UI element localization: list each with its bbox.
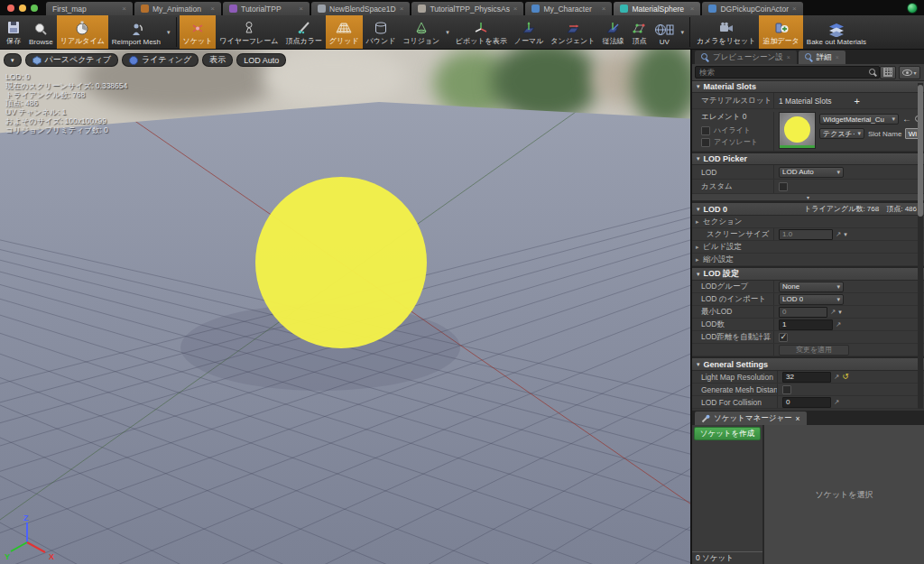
bounds-toggle-button[interactable]: バウンド bbox=[363, 15, 400, 49]
additional-data-toggle-button[interactable]: 追加データ bbox=[759, 15, 802, 49]
lod-import-dropdown[interactable]: LOD 0▾ bbox=[779, 294, 844, 305]
collision-dropdown[interactable]: ▾ bbox=[443, 15, 452, 49]
asset-tab-newblendspace1d[interactable]: NewBlendSpace1D × bbox=[311, 2, 410, 15]
custom-lod-checkbox[interactable] bbox=[779, 182, 788, 191]
asset-tab-first-map[interactable]: First_map × bbox=[46, 2, 133, 15]
tangents-toggle-button[interactable]: タンジェント bbox=[547, 15, 598, 49]
binormals-toggle-button[interactable]: 従法線 bbox=[598, 15, 627, 49]
generate-mesh-distance-checkbox[interactable] bbox=[782, 385, 791, 394]
lod-for-collision-input[interactable]: 0 bbox=[782, 397, 831, 408]
build-settings-expander-row[interactable]: ▸ ビルド設定 bbox=[692, 241, 924, 254]
highlight-checkbox[interactable] bbox=[701, 126, 710, 135]
close-icon[interactable]: × bbox=[513, 5, 518, 13]
staticmesh-asset-icon bbox=[620, 5, 628, 13]
asset-tab-tutorialtpp[interactable]: TutorialTPP × bbox=[223, 2, 310, 15]
display-filter-button[interactable] bbox=[880, 66, 896, 79]
create-socket-button[interactable]: ソケットを作成 bbox=[694, 427, 761, 440]
reimport-mesh-dropdown[interactable]: ▾ bbox=[164, 15, 173, 49]
collision-toggle-button[interactable]: コリジョン bbox=[399, 15, 443, 49]
spinner-icon[interactable]: ↗ bbox=[830, 308, 836, 316]
sections-expander-row[interactable]: ▸ セクション bbox=[692, 216, 924, 228]
spinner-icon[interactable]: ↗ bbox=[836, 320, 841, 328]
spinner-icon[interactable]: ↗ bbox=[834, 398, 839, 406]
close-icon[interactable]: × bbox=[602, 5, 606, 13]
screen-size-input[interactable]: 1.0 bbox=[779, 229, 833, 240]
isolate-checkbox[interactable] bbox=[701, 138, 710, 147]
auto-compute-lod-checkbox[interactable] bbox=[779, 333, 788, 342]
close-icon[interactable]: × bbox=[836, 54, 839, 60]
asset-tab-dgpickupcoinactor[interactable]: DGPickupCoinActor × bbox=[702, 2, 802, 15]
reimport-mesh-button[interactable]: Reimport Mesh bbox=[108, 15, 164, 49]
close-icon[interactable]: × bbox=[210, 5, 215, 13]
lod-group-dropdown[interactable]: None▾ bbox=[779, 282, 844, 292]
asset-tab-materialsphere[interactable]: MaterialSphere × bbox=[614, 2, 700, 15]
material-asset-dropdown[interactable]: WidgetMaterial_Cu▾ bbox=[819, 114, 899, 125]
viewport-options-menu-button[interactable]: ▾ bbox=[4, 53, 22, 67]
close-icon[interactable]: × bbox=[122, 5, 126, 13]
lightmap-resolution-input[interactable]: 32 bbox=[782, 372, 831, 383]
status-orb-icon[interactable] bbox=[907, 3, 918, 14]
wireframe-toggle-button[interactable]: ワイヤーフレーム bbox=[216, 15, 282, 49]
close-icon[interactable]: × bbox=[787, 54, 790, 60]
uv-toggle-button[interactable]: UV bbox=[651, 15, 678, 49]
realtime-toggle-button[interactable]: リアルタイム bbox=[57, 15, 108, 49]
details-tab-bar: プレビューシーン設 × 詳細 × bbox=[692, 50, 924, 64]
minimum-lod-dropdown-icon[interactable]: ▾ bbox=[838, 309, 842, 316]
bounds-cylinder-icon bbox=[373, 19, 389, 36]
show-menu-button[interactable]: 表示 bbox=[202, 53, 233, 67]
lod-count-input[interactable]: 1 bbox=[779, 319, 833, 330]
tab-socket-manager[interactable]: ソケットマネージャー × bbox=[695, 411, 807, 425]
spinner-icon[interactable]: ↗ bbox=[834, 373, 839, 381]
add-material-slot-button[interactable]: + bbox=[855, 96, 860, 106]
lod-picker-expander[interactable]: ▾ bbox=[692, 194, 924, 201]
texture-filter-dropdown[interactable]: テクスチャ▾ bbox=[819, 128, 864, 139]
show-pivot-toggle-button[interactable]: ピボットを表示 bbox=[452, 15, 511, 49]
tab-icon bbox=[805, 53, 813, 61]
material-thumbnail[interactable] bbox=[779, 112, 816, 149]
asset-tab-my-character[interactable]: My_Character × bbox=[525, 2, 612, 15]
save-button[interactable]: 保存 bbox=[2, 15, 25, 49]
search-input[interactable] bbox=[695, 66, 880, 79]
tab-details[interactable]: 詳細 × bbox=[799, 51, 845, 64]
asset-tab-my-animation[interactable]: My_Animation × bbox=[134, 2, 221, 15]
category-lod-picker[interactable]: ▾ LOD Picker bbox=[692, 153, 924, 165]
view-mode-menu-button[interactable]: ライティング bbox=[122, 53, 199, 67]
uv-channel-dropdown[interactable]: ▾ bbox=[678, 15, 687, 49]
vertex-color-toggle-button[interactable]: 頂点カラー bbox=[282, 15, 325, 49]
zoom-window-button[interactable] bbox=[31, 5, 38, 12]
reset-to-default-icon[interactable]: ↺ bbox=[842, 373, 849, 381]
apply-changes-button[interactable]: 変更を適用 bbox=[779, 345, 849, 356]
close-icon[interactable]: × bbox=[299, 5, 303, 13]
close-icon[interactable]: × bbox=[792, 5, 797, 13]
category-general-settings[interactable]: ▾ General Settings bbox=[692, 358, 924, 371]
bake-out-materials-button[interactable]: Bake out Materials bbox=[803, 15, 870, 49]
asset-tab-physicsasset[interactable]: TutorialTPP_PhysicsAsse × bbox=[411, 2, 523, 15]
close-window-button[interactable] bbox=[7, 5, 14, 12]
browse-button[interactable]: Browse bbox=[25, 15, 57, 49]
category-lod-settings[interactable]: ▾ LOD 設定 bbox=[692, 268, 924, 281]
sockets-toggle-button[interactable]: ソケット bbox=[180, 15, 217, 49]
category-lod0[interactable]: ▾ LOD 0 トライアングル数: 768 頂点: 486 bbox=[692, 203, 924, 216]
close-icon[interactable]: × bbox=[400, 5, 404, 13]
category-material-slots[interactable]: ▾ Material Slots bbox=[692, 81, 924, 93]
spinner-icon[interactable]: ↗ bbox=[836, 230, 841, 238]
grid-toggle-button[interactable]: グリッド bbox=[326, 15, 363, 49]
perspective-menu-button[interactable]: パースペクティブ bbox=[25, 53, 118, 67]
viewport-canvas[interactable]: ▾ パースペクティブ ライティング 表示 LOD Auto LOD: 0 現在の… bbox=[0, 50, 690, 564]
screen-size-dropdown-icon[interactable]: ▾ bbox=[844, 231, 847, 238]
tab-preview-scene-settings[interactable]: プレビューシーン設 × bbox=[695, 51, 797, 64]
reduction-settings-expander-row[interactable]: ▸ 縮小設定 bbox=[692, 254, 924, 266]
lod-auto-menu-button[interactable]: LOD Auto bbox=[236, 53, 286, 67]
minimum-lod-input[interactable]: 0 bbox=[779, 307, 827, 318]
close-icon[interactable]: × bbox=[690, 5, 695, 13]
vertices-toggle-button[interactable]: 頂点 bbox=[627, 15, 651, 49]
minimize-window-button[interactable] bbox=[19, 5, 26, 12]
scrollbar-thumb[interactable] bbox=[918, 85, 923, 217]
normals-toggle-button[interactable]: ノーマル bbox=[511, 15, 548, 49]
lod-picker-dropdown[interactable]: LOD Auto▾ bbox=[779, 167, 844, 178]
close-icon[interactable]: × bbox=[796, 414, 800, 423]
use-selected-asset-icon[interactable]: ← bbox=[902, 115, 911, 124]
reset-camera-button[interactable]: カメラをリセット bbox=[693, 15, 760, 49]
details-scrollbar[interactable] bbox=[918, 83, 923, 409]
view-options-button[interactable]: ▾ bbox=[899, 66, 920, 79]
